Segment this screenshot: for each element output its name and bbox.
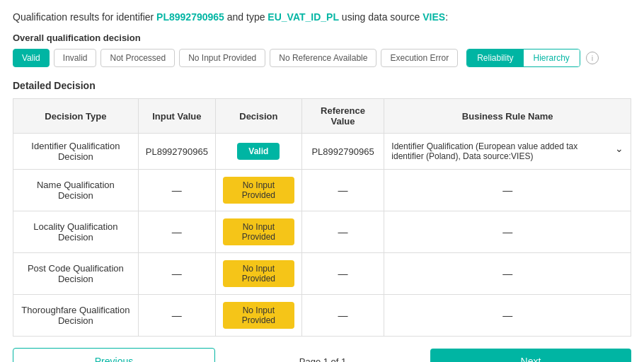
cell-decision-type: Name Qualification Decision bbox=[13, 170, 139, 211]
table-row: Name Qualification Decision — No Input P… bbox=[13, 170, 631, 211]
datasource-value: VIES bbox=[422, 11, 445, 23]
title-suffix: using data source bbox=[339, 11, 422, 23]
identifier-value: PL8992790965 bbox=[156, 11, 224, 23]
page-title: Qualification results for identifier PL8… bbox=[13, 11, 631, 23]
badge-valid[interactable]: Valid bbox=[13, 49, 50, 67]
cell-decision-type: Locality Qualification Decision bbox=[13, 211, 139, 253]
cell-input-value: — bbox=[138, 170, 215, 211]
cell-business-rule: — bbox=[384, 211, 631, 253]
badge-execution-error[interactable]: Execution Error bbox=[381, 49, 458, 67]
cell-decision: No Input Provided bbox=[215, 295, 301, 337]
info-icon[interactable]: i bbox=[586, 52, 599, 64]
previous-button[interactable]: Previous bbox=[13, 348, 215, 362]
reliability-tab[interactable]: Reliability bbox=[467, 49, 523, 66]
col-reference-value: Reference Value bbox=[301, 99, 384, 134]
cell-decision-type: Identifier Qualification Decision bbox=[13, 134, 139, 170]
next-button[interactable]: Next bbox=[430, 349, 631, 362]
cell-reference-value: PL8992790965 bbox=[301, 134, 384, 170]
valid-badge: Valid bbox=[237, 143, 280, 160]
col-business-rule: Business Rule Name bbox=[384, 99, 631, 134]
no-input-badge: No Input Provided bbox=[223, 302, 294, 329]
badge-no-reference-available[interactable]: No Reference Available bbox=[270, 49, 376, 67]
cell-business-rule: — bbox=[384, 295, 631, 337]
cell-business-rule: — bbox=[384, 253, 631, 295]
badge-no-input-provided[interactable]: No Input Provided bbox=[179, 49, 265, 67]
no-input-badge: No Input Provided bbox=[223, 260, 294, 287]
cell-decision-type: Post Code Qualification Decision bbox=[13, 253, 139, 295]
no-input-badge: No Input Provided bbox=[223, 177, 294, 204]
cell-reference-value: — bbox=[301, 253, 384, 295]
table-row: Locality Qualification Decision — No Inp… bbox=[13, 211, 631, 253]
title-colon: : bbox=[445, 11, 448, 23]
reliability-hierarchy-toggle: Reliability Hierarchy bbox=[466, 49, 580, 67]
decision-table: Decision Type Input Value Decision Refer… bbox=[13, 98, 631, 337]
cell-input-value: — bbox=[138, 253, 215, 295]
page-info: Page 1 of 1 bbox=[222, 356, 423, 363]
cell-reference-value: — bbox=[301, 170, 384, 211]
cell-decision: Valid bbox=[215, 134, 301, 170]
detailed-section-label: Detailed Decision bbox=[13, 80, 631, 91]
business-rule-text: Identifier Qualification (European value… bbox=[391, 141, 611, 161]
cell-decision-type: Thoroughfare Qualification Decision bbox=[13, 295, 139, 337]
cell-reference-value: — bbox=[301, 295, 384, 337]
badge-row: Valid Invalid Not Processed No Input Pro… bbox=[13, 49, 631, 67]
table-row: Thoroughfare Qualification Decision — No… bbox=[13, 295, 631, 337]
cell-input-value: PL8992790965 bbox=[138, 134, 215, 170]
cell-input-value: — bbox=[138, 211, 215, 253]
cell-reference-value: — bbox=[301, 211, 384, 253]
cell-business-rule: Identifier Qualification (European value… bbox=[384, 134, 631, 170]
col-decision: Decision bbox=[215, 99, 301, 134]
cell-decision: No Input Provided bbox=[215, 253, 301, 295]
badge-not-processed[interactable]: Not Processed bbox=[100, 49, 175, 67]
cell-business-rule: — bbox=[384, 170, 631, 211]
pagination-row: Previous Page 1 of 1 Next bbox=[13, 348, 631, 362]
badge-invalid[interactable]: Invalid bbox=[54, 49, 97, 67]
title-prefix: Qualification results for identifier bbox=[13, 11, 156, 23]
col-input-value: Input Value bbox=[138, 99, 215, 134]
cell-decision: No Input Provided bbox=[215, 211, 301, 253]
type-value: EU_VAT_ID_PL bbox=[268, 11, 339, 23]
col-decision-type: Decision Type bbox=[13, 99, 139, 134]
hierarchy-tab[interactable]: Hierarchy bbox=[524, 49, 580, 66]
table-row: Post Code Qualification Decision — No In… bbox=[13, 253, 631, 295]
table-row: Identifier Qualification Decision PL8992… bbox=[13, 134, 631, 170]
cell-input-value: — bbox=[138, 295, 215, 337]
chevron-down-icon[interactable]: ⌄ bbox=[615, 143, 623, 154]
no-input-badge: No Input Provided bbox=[223, 218, 294, 245]
cell-decision: No Input Provided bbox=[215, 170, 301, 211]
overall-section-label: Overall qualification decision bbox=[13, 33, 631, 43]
title-middle: and type bbox=[224, 11, 268, 23]
